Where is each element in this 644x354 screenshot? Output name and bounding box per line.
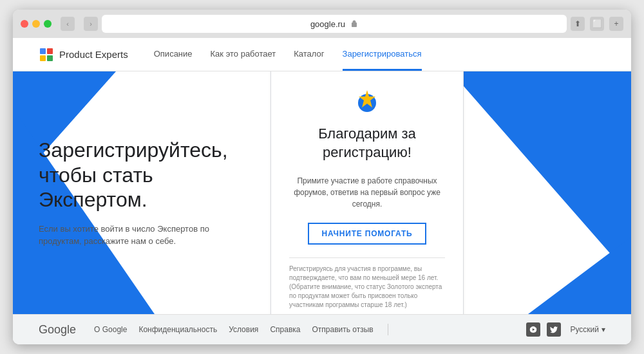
forward-button[interactable]: ›	[84, 17, 98, 31]
duplicate-icon[interactable]: ⬜	[590, 17, 604, 31]
share-toolbar-icon[interactable]: ⬆	[571, 17, 585, 31]
footer-link-help[interactable]: Справка	[270, 325, 300, 334]
footer-link-about[interactable]: О Google	[94, 325, 127, 334]
nav-item-register[interactable]: Зарегистрироваться	[343, 38, 422, 71]
language-selector[interactable]: Русский ▾	[570, 325, 605, 334]
url-text: google.ru	[310, 19, 345, 29]
nav-item-opisanie[interactable]: Описание	[154, 38, 193, 71]
footer-link-terms[interactable]: Условия	[229, 325, 258, 334]
footer-link-feedback[interactable]: Отправить отзыв	[312, 325, 373, 334]
chevron-down-icon: ▾	[601, 325, 605, 334]
footer-logo: Google	[39, 323, 76, 337]
hero-section: Зарегистрируйтесь, чтобы стать Экспертом…	[13, 71, 631, 314]
address-bar[interactable]: google.ru	[102, 15, 567, 33]
footer-social	[526, 322, 561, 337]
registration-description: Примите участие в работе справочных фору…	[289, 175, 445, 210]
nav-item-katalog[interactable]: Каталог	[294, 38, 324, 71]
hero-subtitle: Если вы хотите войти в число Экспертов п…	[39, 223, 219, 248]
logo-text: Product Experts	[59, 49, 128, 60]
medal-icon	[352, 84, 383, 115]
back-button[interactable]: ‹	[61, 17, 75, 31]
site-nav: Описание Как это работает Каталог Зареги…	[154, 38, 422, 71]
svg-rect-3	[47, 55, 53, 61]
twitter-icon[interactable]	[547, 322, 561, 337]
hero-left: Зарегистрируйтесь, чтобы стать Экспертом…	[39, 138, 245, 247]
footer-divider	[388, 324, 388, 335]
language-label: Русский	[570, 325, 599, 334]
start-helping-button[interactable]: НАЧНИТЕ ПОМОГАТЬ	[308, 223, 427, 245]
share-icon	[350, 20, 358, 28]
svg-rect-1	[47, 48, 53, 54]
registration-card: Благодарим за регистрацию! Примите участ…	[270, 71, 464, 314]
minimize-button[interactable]	[32, 20, 40, 28]
browser-window: ‹ › google.ru ⬆ ⬜ +	[13, 10, 631, 344]
site-footer: Google О Google Конфиденциальность Услов…	[13, 314, 631, 344]
hero-title: Зарегистрируйтесь, чтобы стать Экспертом…	[39, 138, 245, 212]
add-tab-icon[interactable]: +	[609, 17, 623, 31]
maximize-button[interactable]	[44, 20, 52, 28]
svg-rect-0	[40, 48, 46, 54]
site-header: Product Experts Описание Как это работае…	[13, 38, 631, 71]
page-content: Product Experts Описание Как это работае…	[13, 38, 631, 344]
logo-icon	[39, 47, 54, 62]
browser-chrome: ‹ › google.ru ⬆ ⬜ +	[13, 10, 631, 38]
close-button[interactable]	[21, 20, 28, 28]
youtube-icon[interactable]	[526, 322, 540, 337]
svg-rect-2	[40, 55, 46, 61]
nav-item-kak[interactable]: Как это работает	[211, 38, 276, 71]
registration-title: Благодарим за регистрацию!	[289, 125, 445, 162]
hero-content: Зарегистрируйтесь, чтобы стать Экспертом…	[13, 71, 631, 314]
site-logo: Product Experts	[39, 47, 128, 62]
footer-links: О Google Конфиденциальность Условия Спра…	[94, 324, 526, 335]
registration-disclaimer: Регистрируясь для участия в программе, в…	[289, 257, 445, 310]
footer-link-privacy[interactable]: Конфиденциальность	[138, 325, 217, 334]
